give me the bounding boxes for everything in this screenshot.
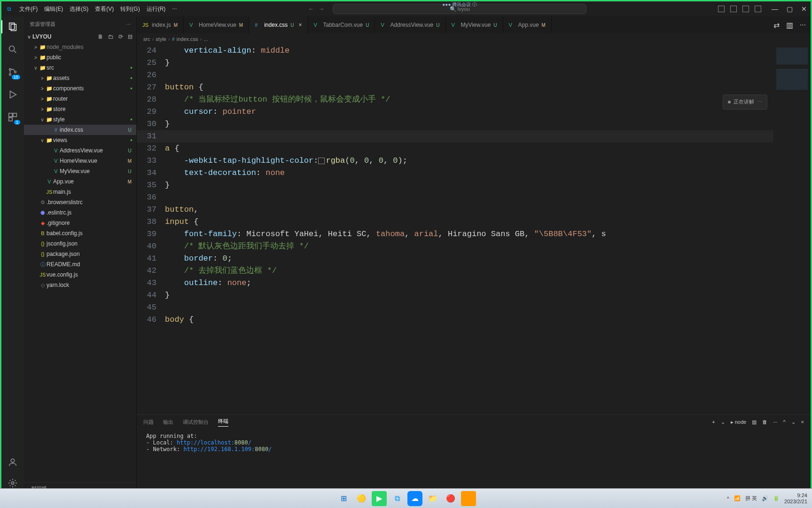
menu-view[interactable]: 查看(V)	[95, 5, 114, 13]
close-icon[interactable]: ✕	[801, 5, 807, 13]
panel-tab[interactable]: 问题	[143, 419, 154, 426]
minimap[interactable]	[773, 45, 811, 414]
tab-split-icon[interactable]: ▥	[786, 21, 793, 30]
taskbar-explorer-icon[interactable]: 📁	[425, 491, 440, 506]
activity-extensions-icon[interactable]: 1	[7, 111, 18, 123]
terminal-up-icon[interactable]: ^	[783, 419, 785, 425]
panel-tab[interactable]: 调试控制台	[183, 419, 209, 426]
tree-item[interactable]: v📁style•	[24, 114, 136, 125]
editor-tab[interactable]: VApp.vueM	[503, 16, 552, 33]
editor-tab[interactable]: #index.cssU×	[249, 16, 308, 33]
tree-item[interactable]: >📁components•	[24, 83, 136, 94]
layout-icon[interactable]	[718, 6, 725, 12]
activity-account-icon[interactable]	[7, 457, 18, 468]
tree-item[interactable]: VApp.vueM	[24, 176, 136, 187]
tree-item[interactable]: Bbabel.config.js	[24, 228, 136, 238]
svg-line-3	[14, 51, 16, 53]
new-folder-icon[interactable]: 🗀	[108, 33, 114, 40]
terminal-new-icon[interactable]: +	[712, 419, 715, 425]
system-tray[interactable]: ^ 📶 拼 英 🔊 🔋 9:242023/2/21	[727, 492, 807, 505]
editor-tab[interactable]: VMyView.vueU	[446, 16, 503, 33]
editor-tab[interactable]: JSindex.jsM	[137, 16, 184, 33]
terminal-close-icon[interactable]: ×	[801, 419, 804, 425]
menu-file[interactable]: 文件(F)	[19, 5, 38, 13]
tree-item[interactable]: {}package.json	[24, 249, 136, 259]
editor-tab[interactable]: VHomeView.vueM	[184, 16, 249, 33]
speaking-indicator: 正在讲解〰	[723, 95, 767, 110]
breadcrumb[interactable]: src› style› #index.css› ...	[137, 33, 811, 45]
menu-more[interactable]: ···	[172, 5, 177, 13]
tray-battery-icon[interactable]: 🔋	[773, 495, 780, 501]
new-file-icon[interactable]: 🗎	[98, 33, 103, 40]
project-root[interactable]: v LVYOU 🗎 🗀 ⟳ ⊟	[24, 32, 136, 42]
svg-rect-8	[9, 113, 12, 117]
taskbar-vscode-icon[interactable]: ⧉	[390, 491, 405, 506]
tree-item[interactable]: >📁assets•	[24, 73, 136, 83]
tray-wifi-icon[interactable]: 📶	[734, 495, 741, 501]
tree-item[interactable]: ◇yarn.lock	[24, 280, 136, 290]
tab-close-icon[interactable]: ×	[298, 22, 302, 28]
tab-more-icon[interactable]: ···	[800, 21, 806, 29]
tab-diff-icon[interactable]: ⇄	[773, 21, 780, 30]
activity-run-icon[interactable]	[7, 89, 18, 100]
tree-item[interactable]: v📁src•	[24, 63, 136, 73]
tray-chevron-icon[interactable]: ^	[727, 496, 729, 501]
activity-search-icon[interactable]	[7, 44, 18, 55]
tree-item[interactable]: >📁public	[24, 52, 136, 63]
terminal[interactable]: App running at:- Local: http://localhost…	[137, 429, 811, 494]
terminal-more-icon[interactable]: ···	[773, 419, 777, 425]
tree-item[interactable]: v📁views•	[24, 135, 136, 145]
tree-item[interactable]: VMyView.vueU	[24, 166, 136, 176]
sidebar-more-icon[interactable]: ···	[126, 21, 131, 27]
taskbar-app-icon[interactable]: ▶	[372, 491, 387, 506]
tray-volume-icon[interactable]: 🔊	[762, 495, 768, 501]
command-center[interactable]: ●●● 腾讯会议 ⓘ 🔍 lvyou	[333, 4, 586, 14]
code-editor[interactable]: 24 25 26 27 28 29 30 31 32 33 34 35 36 3…	[137, 45, 811, 414]
tree-item[interactable]: VHomeView.vueM	[24, 156, 136, 166]
taskbar-app2-icon[interactable]: 🔴	[443, 491, 458, 506]
terminal-dropdown-icon[interactable]: ⌄	[721, 419, 725, 425]
refresh-icon[interactable]: ⟳	[118, 33, 123, 40]
editor-tab[interactable]: VAddressView.vueU	[375, 16, 445, 33]
tree-item[interactable]: >📁node_modules	[24, 42, 136, 52]
menu-goto[interactable]: 转到(G)	[120, 5, 140, 13]
menu-edit[interactable]: 编辑(E)	[44, 5, 63, 13]
activity-scm-icon[interactable]: 15	[7, 66, 18, 78]
tree-item[interactable]: {}jsconfig.json	[24, 238, 136, 249]
taskbar-meeting-icon[interactable]: ☁	[407, 491, 422, 506]
taskbar-start-icon[interactable]: ⊞	[336, 491, 351, 506]
taskbar-chrome-icon[interactable]: 🟡	[354, 491, 369, 506]
tree-item[interactable]: ⓘREADME.md	[24, 259, 136, 270]
terminal-kill-icon[interactable]: 🗑	[762, 419, 767, 425]
terminal-down-icon[interactable]: ⌄	[791, 419, 796, 425]
customize-icon[interactable]	[755, 6, 761, 12]
tree-item[interactable]: ⚙.browserslistrc	[24, 197, 136, 207]
terminal-split-icon[interactable]: ▥	[752, 419, 757, 425]
maximize-icon[interactable]: ▢	[787, 5, 793, 13]
sidebar-icon[interactable]	[742, 6, 749, 12]
tray-ime[interactable]: 拼 英	[745, 495, 757, 502]
tree-item[interactable]: VAddressView.vueU	[24, 145, 136, 156]
activity-settings-icon[interactable]	[7, 477, 18, 489]
tree-item[interactable]: >📁router	[24, 94, 136, 104]
tree-item[interactable]: JSmain.js	[24, 187, 136, 197]
panel-tab[interactable]: 输出	[163, 419, 173, 426]
tree-item[interactable]: ⬣.eslintrc.js	[24, 207, 136, 218]
tree-item[interactable]: #index.cssU	[24, 125, 136, 135]
tree-item[interactable]: >📁store	[24, 104, 136, 114]
menu-select[interactable]: 选择(S)	[70, 5, 88, 13]
nav-back-icon[interactable]: ←	[308, 6, 314, 12]
tree-item[interactable]: JSvue.config.js	[24, 270, 136, 280]
collapse-icon[interactable]: ⊟	[128, 33, 133, 40]
panel-icon[interactable]	[730, 6, 737, 12]
minimize-icon[interactable]: —	[772, 5, 778, 13]
tree-item[interactable]: ◆.gitignore	[24, 218, 136, 228]
menu-run[interactable]: 运行(R)	[147, 5, 166, 13]
taskbar-sublime-icon[interactable]	[461, 491, 476, 506]
tray-clock[interactable]: 9:242023/2/21	[784, 492, 807, 505]
activity-explorer-icon[interactable]	[7, 21, 18, 32]
editor-tab[interactable]: VTabbarCom.vueU	[308, 16, 375, 33]
nav-forward-icon[interactable]: →	[319, 6, 324, 12]
panel-tab[interactable]: 终端	[218, 418, 228, 427]
svg-rect-10	[9, 118, 12, 121]
